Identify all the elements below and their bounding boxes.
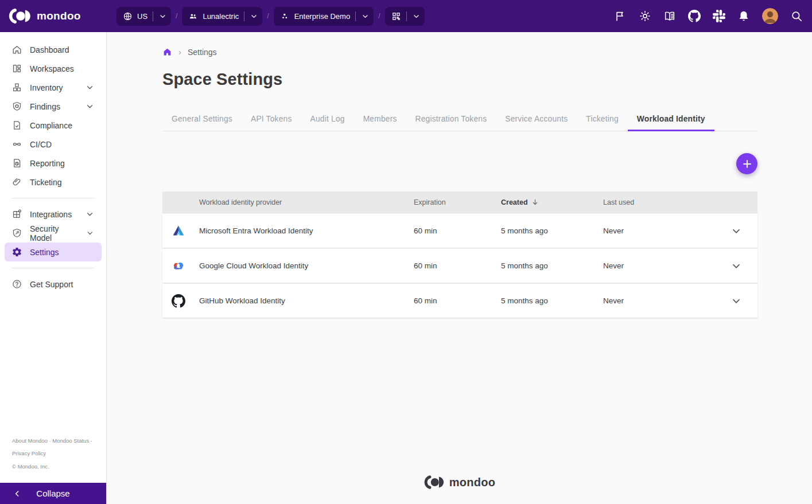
column-header-created[interactable]: Created [501, 198, 603, 206]
sidebar-item-findings[interactable]: Findings [5, 97, 102, 116]
breadcrumb-separator: › [178, 47, 181, 57]
github-icon [172, 294, 185, 308]
chevron-down-icon[interactable] [158, 12, 167, 21]
mondoo-logo[interactable]: mondoo [8, 9, 116, 24]
chevron-down-icon[interactable] [85, 101, 95, 111]
tab-workload-identity[interactable]: Workload Identity [628, 108, 714, 131]
organization-icon [188, 11, 198, 21]
sidebar-item-security-model[interactable]: Security Model [5, 224, 102, 243]
context-separator: / [267, 12, 269, 20]
sidebar-item-label: CI/CD [30, 140, 52, 149]
footer-brand: mondoo [107, 475, 812, 489]
search-icon[interactable] [790, 10, 803, 22]
expand-row-chevron-icon[interactable] [730, 225, 743, 237]
workspace-picker[interactable] [385, 7, 425, 26]
table-row[interactable]: GitHub Workload Identity 60 min 5 months… [162, 284, 757, 318]
sidebar-item-label: Settings [30, 248, 59, 257]
footer-privacy-policy[interactable]: Privacy Policy [12, 447, 102, 460]
tab-api-tokens[interactable]: API Tokens [242, 108, 301, 131]
mondoo-logo-icon [8, 9, 32, 24]
chevron-down-icon[interactable] [86, 228, 95, 238]
sort-descending-icon [531, 198, 539, 206]
plus-icon [741, 158, 753, 170]
workspace-grid-icon [391, 11, 401, 21]
notifications-icon[interactable] [737, 10, 750, 22]
flag-icon[interactable] [614, 10, 627, 22]
table-header-row: Workload identity provider Expiration Cr… [162, 192, 757, 213]
sidebar-item-ticketing[interactable]: Ticketing [5, 173, 102, 192]
space-icon [280, 11, 290, 21]
microsoft-entra-icon [172, 224, 185, 238]
sidebar-item-dashboard[interactable]: Dashboard [5, 40, 102, 59]
sidebar-item-inventory[interactable]: Inventory [5, 78, 102, 97]
region-label: US [137, 12, 147, 21]
column-header-provider: Workload identity provider [199, 198, 414, 206]
provider-name: Google Cloud Workload Identity [199, 261, 414, 270]
globe-icon [123, 11, 133, 21]
app-body: Dashboard Workspaces Inventory Findings [0, 32, 812, 504]
sidebar-item-label: Findings [30, 102, 60, 111]
expiration-value: 60 min [414, 261, 501, 270]
chevron-down-icon[interactable] [250, 12, 258, 21]
tab-members[interactable]: Members [354, 108, 406, 131]
tab-audit-log[interactable]: Audit Log [301, 108, 354, 131]
slack-icon[interactable] [713, 10, 725, 22]
sidebar-item-integrations[interactable]: Integrations [5, 205, 102, 224]
space-label: Enterprise Demo [294, 12, 351, 21]
pill-divider [406, 11, 407, 21]
sidebar-item-reporting[interactable]: Reporting [5, 154, 102, 173]
home-icon [11, 44, 22, 55]
workspaces-icon [11, 63, 22, 74]
sidebar-item-label: Compliance [30, 121, 72, 130]
expiration-value: 60 min [414, 296, 501, 305]
context-separator: / [378, 12, 380, 20]
brand-name: mondoo [37, 10, 81, 22]
sidebar-item-compliance[interactable]: Compliance [5, 116, 102, 135]
expand-row-chevron-icon[interactable] [730, 295, 743, 307]
sidebar-divider [11, 268, 95, 268]
sidebar-item-settings[interactable]: Settings [5, 243, 102, 261]
organization-selector[interactable]: Lunalectric [182, 7, 262, 26]
created-value: 5 months ago [501, 226, 603, 235]
tab-service-accounts[interactable]: Service Accounts [496, 108, 577, 131]
tab-general-settings[interactable]: General Settings [162, 108, 242, 131]
chevron-down-icon[interactable] [361, 12, 370, 21]
breadcrumb-home-icon[interactable] [162, 47, 172, 57]
security-model-shield-icon [11, 228, 22, 239]
sidebar-item-label: Workspaces [30, 64, 74, 73]
sidebar-divider [11, 198, 95, 198]
chevron-down-icon[interactable] [85, 209, 95, 219]
expand-row-chevron-icon[interactable] [730, 260, 743, 272]
table-row[interactable]: Microsoft Entra Workload Identity 60 min… [162, 214, 757, 248]
user-avatar[interactable] [762, 8, 778, 24]
sidebar-item-cicd[interactable]: CI/CD [5, 135, 102, 154]
inventory-cubes-icon [11, 82, 22, 93]
region-selector[interactable]: US [116, 7, 171, 26]
github-icon[interactable] [688, 10, 701, 22]
pill-divider [153, 11, 153, 21]
table-row[interactable]: Google Cloud Workload Identity 60 min 5 … [162, 249, 757, 283]
help-icon [11, 279, 22, 290]
collapse-sidebar-button[interactable]: Collapse [0, 483, 106, 504]
context-switchers: US / Lunalectric / Enterpris [116, 7, 425, 26]
column-header-last-used: Last used [603, 198, 730, 206]
tab-registration-tokens[interactable]: Registration Tokens [406, 108, 496, 131]
docs-icon[interactable] [663, 10, 676, 22]
toolbar [162, 153, 757, 174]
sidebar-item-label: Security Model [30, 224, 78, 243]
chevron-down-icon[interactable] [85, 83, 95, 92]
last-used-value: Never [603, 261, 730, 270]
sidebar-item-label: Get Support [30, 280, 73, 289]
theme-toggle-icon[interactable] [639, 10, 651, 22]
chevron-down-icon[interactable] [412, 12, 421, 21]
sidebar-item-label: Dashboard [30, 45, 69, 54]
pill-divider [244, 11, 244, 21]
footer-links-line1[interactable]: About Mondoo · Mondoo Status · [12, 435, 102, 447]
app-window: mondoo US / Lunalectric [0, 0, 812, 504]
sidebar-item-get-support[interactable]: Get Support [5, 275, 102, 294]
space-selector[interactable]: Enterprise Demo [274, 7, 374, 26]
last-used-value: Never [603, 296, 730, 305]
sidebar-item-workspaces[interactable]: Workspaces [5, 59, 102, 78]
add-workload-identity-button[interactable] [736, 153, 757, 174]
tab-ticketing[interactable]: Ticketing [577, 108, 628, 131]
